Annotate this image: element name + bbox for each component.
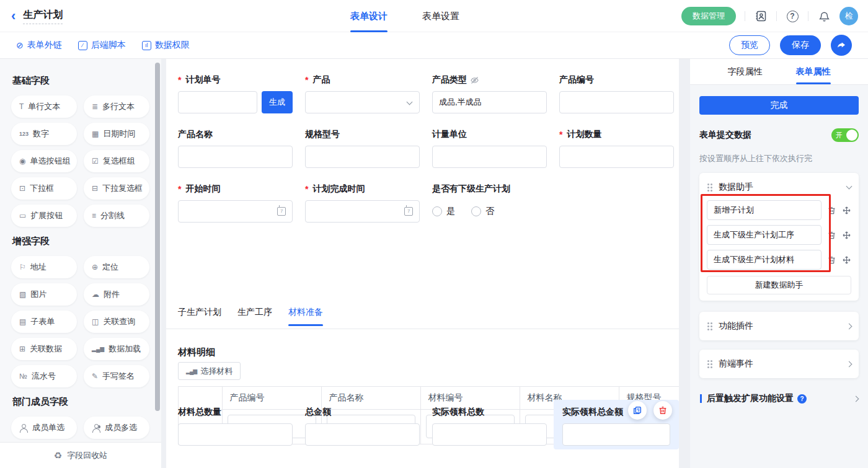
sidebar-scrollbar[interactable] [155,63,160,411]
tab-form-settings[interactable]: 表单设置 [422,0,459,32]
sidebar-item-related-data[interactable]: ⊞关联数据 [11,338,77,360]
sidebar-item-checkbox-group[interactable]: ☑复选框组 [84,150,149,172]
spec-model-input[interactable] [305,146,420,168]
frontend-events-card[interactable]: 前端事件 [699,350,859,378]
post-trigger-settings-link[interactable]: 后置触发扩展功能设置 ? [699,393,859,404]
backend-script-action[interactable]: ∕ 后端脚本 [78,40,126,51]
submit-data-toggle[interactable]: 开 [831,128,859,142]
drag-handle-icon[interactable] [707,322,713,330]
function-plugins-card[interactable]: 功能插件 [699,312,859,340]
field-total-amount[interactable]: 总金额 [305,407,420,446]
chevron-right-icon[interactable] [846,323,852,329]
preview-button[interactable]: 预览 [729,35,770,55]
subtab-material-preparation[interactable]: 材料准备 [288,307,323,326]
share-button[interactable] [831,35,852,56]
field-recycle-bin[interactable]: ♻ 字段回收站 [0,442,161,468]
product-select[interactable] [305,91,420,113]
field-product-code[interactable]: 产品编号 [559,74,674,113]
help-icon[interactable]: ? [786,9,799,23]
move-assistant-handle[interactable] [842,255,851,265]
field-start-time[interactable]: 开始时间 [178,183,293,223]
unit-input[interactable] [432,146,547,168]
new-data-assistant-button[interactable]: 新建数据助手 [707,276,851,294]
product-type-input[interactable]: 成品,半成品 [432,91,547,113]
total-amount-input[interactable] [305,423,420,446]
done-button[interactable]: 完成 [699,96,859,115]
field-unit[interactable]: 计量单位 [432,129,547,168]
user-avatar[interactable]: 检 [839,7,858,25]
assistant-item-generate-material[interactable]: 生成下级生产计划材料 [707,250,822,270]
sidebar-item-member-multi[interactable]: 成员多选 [84,417,149,439]
actual-qty-input[interactable] [432,423,547,446]
page-title[interactable]: 生产计划 [23,9,63,24]
sidebar-item-datetime[interactable]: ▦日期时间 [84,123,149,145]
delete-assistant-button[interactable] [827,206,836,215]
drag-handle-icon[interactable] [707,183,713,192]
save-button[interactable]: 保存 [780,35,821,55]
assistant-item-generate-process[interactable]: 生成下级生产计划工序 [707,225,822,245]
sidebar-item-related-query[interactable]: ◫关联查询 [84,311,149,333]
data-permission-action[interactable]: ıl 数据权限 [142,40,190,51]
select-material-button[interactable]: ▂▄▆ 选择材料 [178,362,241,380]
external-link-action[interactable]: ⊘ 表单外链 [16,40,62,51]
field-actual-amount-selected[interactable]: 实际领料总金额 [554,400,679,449]
sidebar-item-number[interactable]: 123数字 [11,123,77,145]
back-icon[interactable]: ‹ [11,9,16,23]
chevron-down-icon[interactable] [846,183,852,190]
move-assistant-handle[interactable] [842,231,851,240]
radio-option-yes[interactable]: 是 [432,206,455,217]
data-manage-button[interactable]: 数据管理 [681,7,736,25]
sidebar-item-radio-group[interactable]: ◉单选按钮组 [11,150,77,172]
delete-field-button[interactable] [653,401,672,420]
field-product-type[interactable]: 产品类型 成品,半成品 [432,74,547,113]
actual-amount-input[interactable] [562,423,670,446]
drag-handle-icon[interactable] [707,360,713,368]
copy-field-button[interactable] [628,401,647,420]
move-assistant-handle[interactable] [842,206,851,215]
address-book-icon[interactable] [754,9,768,23]
sidebar-item-multi-line-text[interactable]: ≣多行文本 [84,95,149,118]
chevron-right-icon[interactable] [846,361,852,367]
sidebar-item-multi-dropdown[interactable]: ⊟下拉复选框 [84,177,149,200]
sidebar-item-location[interactable]: ⊕定位 [84,256,149,278]
sidebar-item-extend-button[interactable]: ▭扩展按钮 [11,205,77,227]
sidebar-item-image[interactable]: ▧图片 [11,283,77,306]
chevron-right-icon[interactable] [853,395,859,402]
delete-assistant-button[interactable] [827,255,836,265]
field-has-sub-plan[interactable]: 是否有下级生产计划 是 否 [432,183,581,223]
sidebar-item-serial-number[interactable]: №流水号 [11,365,77,387]
tab-form-design[interactable]: 表单设计 [350,0,388,32]
assistant-item-new-sub-plan[interactable]: 新增子计划 [707,200,822,220]
field-spec-model[interactable]: 规格型号 [305,129,420,168]
subtab-production-process[interactable]: 生产工序 [237,307,272,326]
plan-quantity-input[interactable] [559,146,674,168]
field-plan-number[interactable]: 计划单号 生成 [178,74,293,113]
sidebar-item-single-line-text[interactable]: T单行文本 [11,95,77,118]
field-product-name[interactable]: 产品名称 [178,129,293,168]
notification-bell-icon[interactable] [817,9,831,23]
material-total-qty-input[interactable] [178,423,293,446]
field-product[interactable]: 产品 [305,74,420,113]
sidebar-item-address[interactable]: ⚐地址 [11,256,77,278]
field-material-total-qty[interactable]: 材料总数量 [178,407,293,446]
generate-button[interactable]: 生成 [262,91,293,113]
radio-option-no[interactable]: 否 [471,206,494,217]
product-code-input[interactable] [559,91,674,113]
finish-time-input[interactable] [305,200,420,223]
data-assistant-header[interactable]: 数据助手 [707,179,851,195]
field-actual-qty[interactable]: 实际领料总数 [432,407,547,446]
plan-number-input[interactable] [178,91,257,113]
tab-form-properties[interactable]: 表单属性 [796,59,831,84]
tab-field-properties[interactable]: 字段属性 [728,59,763,84]
product-name-input[interactable] [178,146,293,168]
start-time-input[interactable] [178,200,293,223]
subtab-sub-production-plan[interactable]: 子生产计划 [178,307,221,326]
delete-assistant-button[interactable] [827,231,836,240]
help-icon[interactable]: ? [797,394,807,404]
field-finish-time[interactable]: 计划完成时间 [305,183,420,223]
sidebar-item-member-single[interactable]: 成员单选 [11,417,77,439]
sidebar-item-dropdown[interactable]: ⊡下拉框 [11,177,77,200]
sidebar-item-attachment[interactable]: ☁附件 [84,283,149,306]
sidebar-item-data-load[interactable]: ▂▄▆数据加载 [84,338,149,360]
sidebar-item-divider-line[interactable]: ≡分割线 [84,205,149,227]
